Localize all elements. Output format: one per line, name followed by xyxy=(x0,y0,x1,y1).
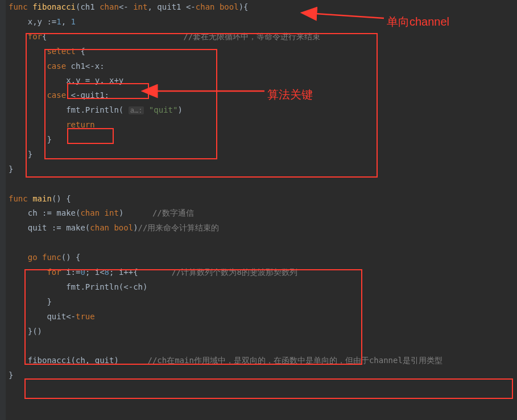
code-text: ch1<-x: xyxy=(71,61,105,71)
keyword-select: select xyxy=(9,47,80,56)
code-text xyxy=(215,2,220,11)
keyword-for: for xyxy=(9,267,66,277)
code-line: return xyxy=(9,118,517,133)
code-text: , xyxy=(61,17,71,26)
code-line: fibonacci(ch, quit) //ch在main作用域中，是双向的，在… xyxy=(9,353,517,368)
code-line: ch := make(chan int) //数字通信 xyxy=(9,206,517,221)
code-line: case ch1<-x: xyxy=(9,59,517,74)
code-line xyxy=(9,339,517,353)
code-line xyxy=(9,177,517,192)
code-line: } xyxy=(9,368,517,383)
code-text: <- xyxy=(119,2,133,11)
number: 1 xyxy=(56,17,61,26)
number: 8 xyxy=(105,267,109,277)
type-chan: chan int xyxy=(80,208,118,217)
code-text: } xyxy=(9,150,32,159)
code-line: quit<-true xyxy=(9,310,517,324)
code-line: for{//套在无限循环中，等命令进行来结束 xyxy=(9,30,517,44)
comment: //套在无限循环中，等命令进行来结束 xyxy=(183,32,320,41)
string: "quit" xyxy=(149,105,178,114)
code-text: } xyxy=(9,135,52,144)
code-text xyxy=(144,105,148,114)
code-text: () { xyxy=(52,194,71,203)
code-line: x,y = y, x+y xyxy=(9,73,517,88)
code-text: ; i< xyxy=(85,267,105,277)
keyword-go-func: go func xyxy=(9,253,61,262)
code-text: <-quit1: xyxy=(71,90,109,100)
comment: //用来命令计算结束的 xyxy=(138,223,220,232)
func-name: main xyxy=(28,194,52,203)
keyword-case: case xyxy=(9,61,71,71)
code-editor: func fibonacci(ch1 chan<- int, quit1 <-c… xyxy=(0,0,517,383)
code-text: } xyxy=(9,297,52,306)
keyword-func: func xyxy=(9,194,28,203)
code-text: } xyxy=(9,370,13,380)
type-bool: bool xyxy=(220,2,239,11)
keyword-chan: chan xyxy=(196,2,215,11)
code-text: ){ xyxy=(239,2,249,11)
code-text: ; i++{ xyxy=(109,267,138,277)
code-text: ch := make( xyxy=(9,208,80,217)
keyword-func: func xyxy=(9,2,28,11)
type-chan: chan bool xyxy=(90,223,133,232)
number: 0 xyxy=(80,267,85,277)
code-line: func fibonacci(ch1 chan<- int, quit1 <-c… xyxy=(9,0,517,15)
code-line: for i:=0; i<8; i++{ //计算数列个数为8的斐波那契数列 xyxy=(9,265,517,280)
comment: //计算数列个数为8的斐波那契数列 xyxy=(138,267,297,277)
keyword-case: case xyxy=(9,90,71,100)
code-text: x,y = y, x+y xyxy=(9,76,123,85)
code-line: func main() { xyxy=(9,192,517,207)
keyword-for: for xyxy=(9,32,42,41)
code-line xyxy=(9,236,517,250)
code-line: } xyxy=(9,147,517,162)
code-line: case <-quit1: xyxy=(9,88,517,103)
code-text: quit := make( xyxy=(9,223,90,232)
func-name: fibonacci xyxy=(28,2,76,11)
code-text: fibonacci(ch, quit) xyxy=(9,356,119,365)
code-line: } xyxy=(9,133,517,147)
code-text: ) xyxy=(133,223,138,232)
code-text: }() xyxy=(9,327,42,336)
code-line: fmt.Println( a…: "quit") xyxy=(9,103,517,118)
keyword-chan: chan xyxy=(100,2,119,11)
comment: //数字通信 xyxy=(123,208,193,217)
code-text: x,y := xyxy=(9,17,56,26)
keyword-return: return xyxy=(9,120,95,129)
code-line: }() xyxy=(9,324,517,339)
code-line: select { xyxy=(9,44,517,59)
code-text: fmt.Println( xyxy=(9,105,129,114)
code-text: i:= xyxy=(66,267,80,277)
code-line: quit := make(chan bool)//用来命令计算结束的 xyxy=(9,221,517,236)
code-text: { xyxy=(42,32,47,41)
code-line: } xyxy=(9,162,517,177)
code-line: } xyxy=(9,295,517,310)
code-line: go func() { xyxy=(9,250,517,265)
code-line: x,y :=1, 1 xyxy=(9,15,517,30)
comment: //ch在main作用域中，是双向的，在函数中是单向的，但由于channel是引… xyxy=(119,356,442,365)
code-line: fmt.Println(<-ch) xyxy=(9,280,517,295)
code-text: ) xyxy=(177,105,182,114)
code-text: } xyxy=(9,164,13,174)
code-text: , quit1 <- xyxy=(147,2,195,11)
keyword-true: true xyxy=(76,312,95,321)
number: 1 xyxy=(71,17,76,26)
type-int: int xyxy=(133,2,147,11)
param-hint: a…: xyxy=(129,106,144,114)
code-text: { xyxy=(80,47,85,56)
code-text: quit<- xyxy=(9,312,76,321)
code-text: fmt.Println(<-ch) xyxy=(9,282,147,291)
code-text: () { xyxy=(61,253,81,262)
code-text: (ch1 xyxy=(76,2,100,11)
